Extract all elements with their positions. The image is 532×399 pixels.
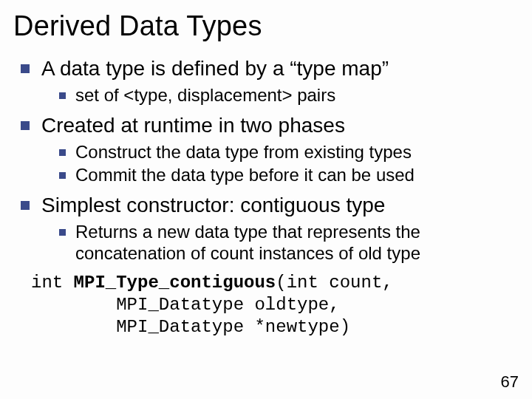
code-text: MPI_Datatype *newtype): [31, 317, 350, 337]
slide: Derived Data Types A data type is define…: [0, 0, 532, 399]
code-text: (int count,: [276, 273, 392, 293]
sublist: Returns a new data type that represents …: [41, 222, 514, 265]
code-block: int MPI_Type_contiguous(int count, MPI_D…: [31, 272, 514, 338]
bullet-list: A data type is defined by a “type map” s…: [13, 57, 514, 265]
bullet-text: Created at runtime in two phases: [41, 114, 345, 137]
sub-bullet: Returns a new data type that represents …: [50, 222, 514, 265]
bullet-typemap: A data type is defined by a “type map” s…: [13, 57, 514, 106]
page-number: 67: [501, 372, 519, 392]
code-text: int: [31, 273, 74, 293]
bullet-runtime: Created at runtime in two phases Constru…: [13, 114, 514, 186]
bullet-text: Simplest constructor: contiguous type: [41, 194, 385, 216]
code-text: MPI_Datatype oldtype,: [31, 295, 340, 315]
sub-bullet: Commit the data type before it can be us…: [50, 165, 514, 186]
sub-bullet: Construct the data type from existing ty…: [50, 142, 514, 163]
sublist: set of <type, displacement> pairs: [41, 85, 514, 106]
bullet-contiguous: Simplest constructor: contiguous type Re…: [13, 194, 514, 265]
sublist: Construct the data type from existing ty…: [41, 142, 514, 186]
slide-title: Derived Data Types: [13, 10, 514, 42]
code-func-name: MPI_Type_contiguous: [74, 273, 276, 293]
bullet-text: A data type is defined by a “type map”: [41, 57, 389, 80]
sub-bullet: set of <type, displacement> pairs: [50, 85, 514, 106]
